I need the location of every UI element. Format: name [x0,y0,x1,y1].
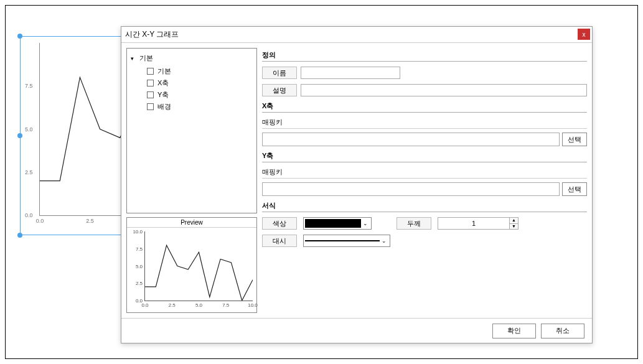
tree-item-label: 기본 [157,67,171,76]
tree-item-label: 배경 [157,102,171,111]
dash-row: 대시 ⌄ [262,235,587,247]
spinner-up-button[interactable]: ▲ [510,218,518,223]
close-icon: x [583,31,586,38]
tree-item-basic[interactable]: 기본 [147,65,253,77]
desc-row: 설명 [262,84,587,96]
thickness-value: 1 [438,220,509,227]
name-input[interactable] [301,67,400,79]
y-mapping-row: 선택 [262,182,587,196]
section-mapping-y: 매핑키 [262,166,587,179]
section-xaxis: X축 [262,100,587,113]
resize-handle-bl[interactable] [17,233,22,238]
preview-panel: Preview 0.02.55.07.510.00.02.55.07.510.0 [126,217,257,313]
right-column: 정의 이름 설명 X축 매핑키 선택 Y축 매핑키 선택 서식 [262,48,587,313]
dialog-title: 시간 X-Y 그래프 [125,29,179,40]
tree-item-label: X축 [157,78,169,88]
name-row: 이름 [262,67,587,79]
close-button[interactable]: x [578,29,590,40]
dash-dropdown[interactable]: ⌄ [303,235,390,247]
resize-handle-ml[interactable] [17,133,22,138]
desc-input[interactable] [301,84,587,96]
left-column: ▾ 기본 기본 X축 Y축 [126,48,257,313]
x-tick: 7.5 [222,302,229,308]
resize-handle-tl[interactable] [17,34,22,39]
name-label: 이름 [262,67,297,79]
tree-children: 기본 X축 Y축 배경 [131,65,253,113]
tree-panel: ▾ 기본 기본 X축 Y축 [126,48,257,213]
x-select-button[interactable]: 선택 [562,133,587,146]
checkbox-icon[interactable] [147,68,154,75]
thickness-spinner[interactable]: 1 ▲ ▼ [438,217,519,230]
checkbox-icon[interactable] [147,91,154,98]
color-dropdown[interactable]: ⌄ [303,217,372,230]
section-mapping-x: 매핑키 [262,116,587,129]
checkbox-icon[interactable] [147,80,154,86]
chevron-down-icon: ▾ [131,55,137,62]
x-tick: 5.0 [195,302,202,308]
tree-root-item[interactable]: ▾ 기본 [131,54,253,63]
x-tick: 2.5 [86,218,94,224]
color-swatch-icon [305,219,361,228]
dash-label: 대시 [262,235,297,247]
y-tick: 10.0 [129,229,143,235]
preview-plot-wrap: 0.02.55.07.510.00.02.55.07.510.0 [127,228,256,312]
y-tick: 5.0 [25,126,33,133]
dialog-titlebar[interactable]: 시간 X-Y 그래프 x [121,27,592,43]
chevron-down-icon: ⌄ [361,220,370,226]
spinner-down-button[interactable]: ▼ [510,223,518,229]
y-mapping-input[interactable] [262,182,560,196]
ok-button[interactable]: 확인 [492,324,536,338]
tree-root-label: 기본 [139,54,153,63]
color-thickness-row: 색상 ⌄ 두께 1 ▲ ▼ [262,217,587,230]
y-select-button[interactable]: 선택 [562,182,587,196]
desc-label: 설명 [262,84,297,96]
spinner-buttons: ▲ ▼ [509,218,518,229]
cancel-button[interactable]: 취소 [541,324,584,338]
color-label: 색상 [262,217,297,230]
x-tick: 2.5 [169,302,176,308]
x-tick: 0.0 [141,302,148,308]
tree-item-xaxis[interactable]: X축 [147,77,253,89]
chevron-down-icon: ⌄ [380,238,388,244]
dialog-body: ▾ 기본 기본 X축 Y축 [121,43,592,318]
tree-item-yaxis[interactable]: Y축 [147,89,253,101]
section-yaxis: Y축 [262,150,587,162]
y-tick: 0.0 [25,212,33,218]
y-tick: 2.5 [25,169,33,175]
checkbox-icon[interactable] [147,103,154,110]
x-tick: 10.0 [248,302,258,308]
y-tick: 2.5 [129,281,143,286]
dash-line-icon [305,240,380,241]
tree-item-label: Y축 [157,90,169,100]
section-style: 서식 [262,200,587,212]
thickness-label: 두께 [397,217,431,230]
y-tick: 7.5 [25,83,33,89]
preview-plot-area: 0.02.55.07.510.00.02.55.07.510.0 [144,231,253,301]
x-tick: 0.0 [36,218,44,224]
x-mapping-row: 선택 [262,133,587,146]
section-definition: 정의 [262,49,587,62]
chart-settings-dialog: 시간 X-Y 그래프 x ▾ 기본 기본 X축 [121,26,593,343]
preview-chart-line [145,231,253,301]
x-mapping-input[interactable] [262,133,560,146]
dialog-footer: 확인 취소 [121,318,592,343]
preview-title: Preview [127,218,256,228]
tree-item-background[interactable]: 배경 [147,101,253,113]
y-tick: 5.0 [129,263,143,269]
y-tick: 0.0 [129,298,143,304]
y-tick: 7.5 [129,246,143,251]
